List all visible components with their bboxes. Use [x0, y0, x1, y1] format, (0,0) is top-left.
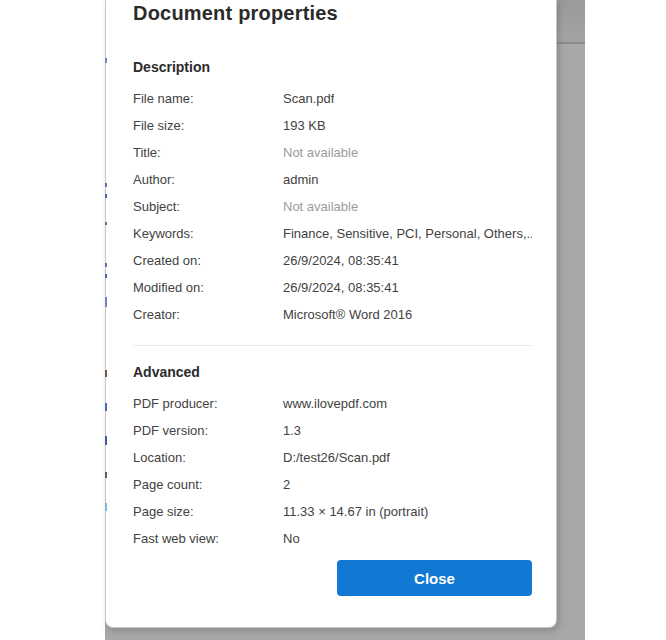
property-value: 2: [283, 471, 290, 498]
edge-content-sliver: [105, 263, 107, 267]
property-row-title: Title: Not available: [133, 139, 532, 166]
property-label: PDF producer:: [133, 390, 283, 417]
property-row-created-on: Created on: 26/9/2024, 08:35:41: [133, 247, 532, 274]
property-value: 26/9/2024, 08:35:41: [283, 247, 399, 274]
property-row-modified-on: Modified on: 26/9/2024, 08:35:41: [133, 274, 532, 301]
property-label: File name:: [133, 85, 283, 112]
property-label: PDF version:: [133, 417, 283, 444]
property-value: No: [283, 525, 300, 552]
property-value: www.ilovepdf.com: [283, 390, 387, 417]
edge-content-sliver: [105, 403, 107, 411]
property-label: Location:: [133, 444, 283, 471]
property-value: 1.3: [283, 417, 301, 444]
property-label: Creator:: [133, 301, 283, 328]
description-rows: File name: Scan.pdf File size: 193 KB Ti…: [133, 85, 532, 328]
property-label: Keywords:: [133, 220, 283, 247]
edge-content-sliver: [105, 370, 107, 377]
property-label: Fast web view:: [133, 525, 283, 552]
property-label: Page size:: [133, 498, 283, 525]
property-value: 26/9/2024, 08:35:41: [283, 274, 399, 301]
property-row-keywords: Keywords: Finance, Sensitive, PCI, Perso…: [133, 220, 532, 247]
property-row-location: Location: D:/test26/Scan.pdf: [133, 444, 532, 471]
section-divider: [133, 345, 532, 346]
edge-content-sliver: [105, 58, 107, 63]
edge-content-sliver: [105, 194, 107, 198]
property-value: Not available: [283, 193, 358, 220]
property-value: 193 KB: [283, 112, 326, 139]
property-row-creator: Creator: Microsoft® Word 2016: [133, 301, 532, 328]
advanced-rows: PDF producer: www.ilovepdf.com PDF versi…: [133, 390, 532, 552]
property-label: Subject:: [133, 193, 283, 220]
property-label: Modified on:: [133, 274, 283, 301]
property-value: Not available: [283, 139, 358, 166]
property-row-fast-web-view: Fast web view: No: [133, 525, 532, 552]
property-label: File size:: [133, 112, 283, 139]
edge-content-sliver: [105, 503, 107, 511]
property-value: Finance, Sensitive, PCI, Personal, Other…: [283, 220, 532, 247]
dialog-title: Document properties: [133, 0, 532, 27]
property-label: Created on:: [133, 247, 283, 274]
property-row-file-size: File size: 193 KB: [133, 112, 532, 139]
edge-content-sliver: [105, 472, 107, 478]
close-button[interactable]: Close: [337, 560, 532, 596]
section-heading-advanced: Advanced: [133, 363, 532, 381]
property-value: Microsoft® Word 2016: [283, 301, 412, 328]
property-row-subject: Subject: Not available: [133, 193, 532, 220]
property-value: Scan.pdf: [283, 85, 334, 112]
edge-content-sliver: [105, 297, 107, 307]
property-row-file-name: File name: Scan.pdf: [133, 85, 532, 112]
property-value: D:/test26/Scan.pdf: [283, 444, 390, 471]
document-properties-dialog: Document properties Description File nam…: [105, 0, 557, 628]
section-heading-description: Description: [133, 58, 532, 76]
property-row-page-count: Page count: 2: [133, 471, 532, 498]
property-row-author: Author: admin: [133, 166, 532, 193]
screenshot-canvas: Document properties Description File nam…: [0, 0, 666, 640]
edge-content-sliver: [105, 183, 107, 187]
property-row-page-size: Page size: 11.33 × 14.67 in (portrait): [133, 498, 532, 525]
property-label: Page count:: [133, 471, 283, 498]
edge-content-sliver: [105, 436, 107, 445]
edge-content-sliver: [105, 274, 107, 278]
property-value: 11.33 × 14.67 in (portrait): [283, 498, 428, 525]
property-label: Title:: [133, 139, 283, 166]
property-value: admin: [283, 166, 318, 193]
edge-content-sliver: [105, 222, 107, 225]
property-row-pdf-version: PDF version: 1.3: [133, 417, 532, 444]
property-label: Author:: [133, 166, 283, 193]
property-row-pdf-producer: PDF producer: www.ilovepdf.com: [133, 390, 532, 417]
